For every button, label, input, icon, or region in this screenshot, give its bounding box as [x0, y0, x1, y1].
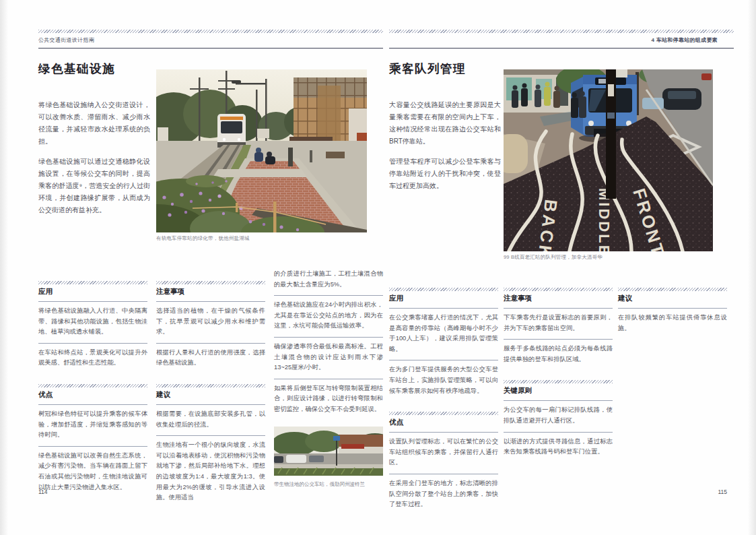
continuation-paragraph: 确保渗透率符合最低和最高标准。工程土壤混合物的设计应达到雨水下渗13~25厘米/… — [274, 337, 383, 379]
continuation-paragraph: 如果将后侧登车区与转弯限制装置相结合，则应设计路缘，以进行转弯限制和密切监控，确… — [274, 379, 383, 420]
section-paragraph: 服务于多条线路的站点必须为每条线路提供单独的登车和排队区域。 — [504, 339, 613, 370]
section-paragraph: 生物洼地有一个很小的纵向坡度，水流可以沿着地表移动，使沉积物和污染物就地下渗，然… — [156, 435, 265, 509]
hatch-bar — [389, 288, 498, 291]
photo-bioswale-bus-stop — [274, 427, 383, 478]
hatch-bar — [389, 412, 498, 415]
section-paragraph: 在公交乘客堵塞人行道的情况下，尤其是高容量的停靠站（高峰期每小时不少于100人上… — [389, 308, 498, 360]
right-column-1: 应用 在公交乘客堵塞人行道的情况下，尤其是高容量的停靠站（高峰期每小时不少于10… — [389, 288, 498, 526]
page-title-left: 绿色基础设施 — [38, 61, 115, 77]
running-head-rule — [389, 48, 734, 49]
hatch-bar — [618, 288, 727, 291]
section-title: 建议 — [618, 294, 727, 308]
page-number-right: 115 — [666, 489, 727, 495]
photo-streetcar-illustration — [156, 69, 367, 232]
continuation-paragraph: 绿色基础设施应在24小时内排出积水，尤其是在靠近公交站点的地方，因为在这里，水坑… — [274, 295, 383, 337]
photo-queue-management: BACK MIDDLE FRONT — [504, 69, 713, 251]
hatch-bar — [38, 384, 147, 387]
right-column-2: 注意事项 下车乘客先行是设置标志的首要原则，并为下车的乘客留出空间。 服务于多条… — [504, 288, 613, 473]
continuation-paragraph: 的介质进行土壤施工，工程土壤混合物的最大黏土含量应为5%。 — [274, 269, 383, 295]
hatch-bar — [504, 288, 613, 291]
section-advantages: 优点 设置队列管理标志，可以在繁忙的公交车站组织候车的乘客，并保留行人通行区。 … — [389, 412, 498, 515]
section-title: 优点 — [38, 390, 147, 404]
streetcar — [217, 114, 246, 148]
section-paragraph: 在为多门登车提供服务的大型公交车登车站台上，实施排队管理策略，可以向候车乘客展示… — [389, 360, 498, 402]
section-paragraph: 将绿色基础设施融入人行道、中央隔离带、路缘和其他功能设施，包括生物洼地、植草沟或… — [38, 301, 147, 343]
section-paragraph: 选择适当的植物，在干燥的气候条件下，抗旱景观可以减少用水和维护需求。 — [156, 301, 265, 343]
hatch-bar — [156, 281, 265, 284]
left-column-3: 的介质进行土壤施工，工程土壤混合物的最大黏土含量应为5%。 绿色基础设施应在24… — [274, 269, 383, 488]
left-column-2: 注意事项 选择适当的植物，在干燥的气候条件下，抗旱景观可以减少用水和维护需求。 … — [156, 281, 265, 519]
scan-edge-right — [748, 0, 756, 535]
right-column-3: 建议 在排队较频繁的车站提供倚靠休息设施。 — [618, 288, 727, 349]
section-paragraph: 以渐进的方式提供寻路信息，通过标志来告知乘客线路号码和登车门位置。 — [504, 432, 613, 463]
photo-caption-left: 有轨电车停靠站的绿化带，犹他州盐湖城 — [156, 235, 250, 242]
section-paragraph: 为公交车的每一扇门标记排队线路，使排队通道避开行人通行区。 — [504, 400, 613, 431]
planter — [504, 134, 528, 173]
section-recommendations: 建议 在排队较频繁的车站提供倚靠休息设施。 — [618, 288, 727, 339]
intro-right: 大容量公交线路延误的主要原因是大量乘客需要在有限的空间内上下车，这种情况经常出现… — [389, 99, 501, 200]
section-paragraph: 树冠和绿色特征可以提升乘客的候车体验，增加舒适度，并缩短乘客感知的等待时间。 — [38, 404, 147, 446]
section-title: 建议 — [156, 390, 265, 404]
intro-paragraph: 绿色基础设施可以通过交通稳静化设施设置，在等候公交车的同时，提高乘客的舒适度⁹，… — [38, 156, 150, 216]
hatch-bar — [38, 281, 147, 284]
intro-paragraph: 大容量公交线路延误的主要原因是大量乘客需要在有限的空间内上下车，这种情况经常出现… — [389, 99, 501, 148]
section-application: 应用 在公交乘客堵塞人行道的情况下，尤其是高容量的停靠站（高峰期每小时不少于10… — [389, 288, 498, 402]
book-spread: 公共交通街道设计指南 绿色基础设施 将绿色基础设施纳入公交街道设计，可以改善水质… — [0, 0, 756, 535]
intro-left: 将绿色基础设施纳入公交街道设计，可以改善水质、滞留雨水、减少雨水径流量，并减轻市… — [38, 99, 150, 224]
section-advantages: 优点 树冠和绿色特征可以提升乘客的候车体验，增加舒适度，并缩短乘客感知的等待时间… — [38, 384, 147, 498]
page-title-right: 乘客队列管理 — [389, 61, 466, 77]
intro-paragraph: 将绿色基础设施纳入公交街道设计，可以改善水质、滞留雨水、减少雨水径流量，并减轻市… — [38, 99, 150, 148]
section-key-principles: 关键原则 为公交车的每一扇门标记排队线路，使排队通道避开行人通行区。 以渐进的方… — [504, 380, 613, 462]
running-head-rule — [38, 48, 383, 49]
photo-caption-right: 99 B线百老汇站的队列管理，加拿大温哥华 — [504, 254, 603, 261]
section-title: 应用 — [38, 287, 147, 301]
running-head-left-label: 公共交通街道设计指南 — [38, 33, 383, 48]
left-column-1: 应用 将绿色基础设施融入人行道、中央隔离带、路缘和其他功能设施，包括生物洼地、植… — [38, 281, 147, 508]
running-head-right: 4 车站和停靠站的组成要素 — [389, 30, 734, 49]
section-title: 优点 — [389, 418, 498, 432]
hatch-bar — [156, 384, 265, 387]
running-head-right-label: 4 车站和停靠站的组成要素 — [389, 33, 734, 48]
section-title: 应用 — [389, 294, 498, 308]
section-application: 应用 将绿色基础设施融入人行道、中央隔离带、路缘和其他功能设施，包括生物洼地、植… — [38, 281, 147, 374]
section-paragraph: 下车乘客先行是设置标志的首要原则，并为下车的乘客留出空间。 — [504, 308, 613, 339]
scan-edge-left — [0, 0, 8, 535]
photo-queue-illustration: BACK MIDDLE FRONT — [504, 69, 713, 251]
section-considerations: 注意事项 选择适当的植物，在干燥的气候条件下，抗旱景观可以减少用水和维护需求。 … — [156, 281, 265, 374]
hatch-bar — [504, 380, 613, 383]
section-title: 关键原则 — [504, 386, 613, 400]
photo-bioswale-illustration — [274, 427, 383, 476]
section-paragraph: 根据需要，在设施底部安装多孔管，以收集处理后的径流。 — [156, 404, 265, 435]
section-title: 注意事项 — [504, 294, 613, 308]
section-paragraph: 根据行人量和人行道的使用强度，选择绿色基础设施。 — [156, 343, 265, 374]
photo-streetcar-stop — [156, 69, 367, 232]
section-considerations: 注意事项 下车乘客先行是设置标志的首要原则，并为下车的乘客留出空间。 服务于多条… — [504, 288, 613, 370]
photo-caption-bioswale: 带生物洼地的公交车站，俄勒冈州波特兰 — [274, 481, 383, 488]
section-paragraph: 在车站和终点站，景观美化可以提升外观美感、舒适性和生态性能。 — [38, 343, 147, 374]
section-paragraph: 在排队较频繁的车站提供倚靠休息设施。 — [618, 308, 727, 339]
section-paragraph: 在采用全门登车的地方，标志清晰的排队空间分散了整个站台上的乘客，加快了登车过程。 — [389, 474, 498, 515]
section-recommendations: 建议 根据需要，在设施底部安装多孔管，以收集处理后的径流。 生物洼地有一个很小的… — [156, 384, 265, 509]
intro-paragraph: 管理登车程序可以减少公登车乘客与停靠站附近行人的干扰和冲突，使登车过程更加高效。 — [389, 156, 501, 192]
page-number-left: 114 — [38, 489, 48, 495]
section-paragraph: 设置队列管理标志，可以在繁忙的公交车站组织候车的乘客，并保留行人通行区。 — [389, 432, 498, 474]
running-head-left: 公共交通街道设计指南 — [38, 30, 383, 49]
section-title: 注意事项 — [156, 287, 265, 301]
section-paragraph: 绿色基础设施可以改善自然生态系统，减少有害污染物。当车辆在路面上留下石油或其他污… — [38, 446, 147, 498]
